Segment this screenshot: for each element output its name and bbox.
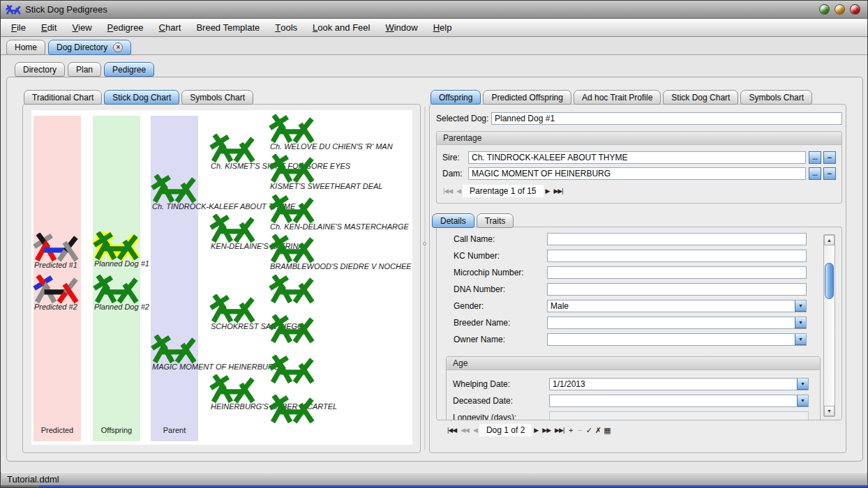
- dog-record-nav-icon-r4[interactable]: −: [575, 425, 584, 435]
- parentage-dam-field[interactable]: MAGIC MOMENT OF HEINERBURG: [468, 167, 806, 180]
- minimize-button[interactable]: [819, 4, 830, 15]
- menu-chart[interactable]: Chart: [151, 19, 189, 36]
- dog-record-nav-icon-1[interactable]: ◀◀: [458, 425, 471, 435]
- scroll-up-icon[interactable]: ▲: [824, 235, 835, 245]
- doc-tab-dog-directory[interactable]: Dog Directory×: [48, 40, 131, 55]
- parentage-nav-icon-r0[interactable]: ▶: [544, 186, 552, 196]
- field-whelping-date[interactable]: 1/1/2013▼: [549, 378, 809, 390]
- menu-file[interactable]: File: [3, 19, 33, 36]
- dropdown-arrow-icon[interactable]: ▼: [795, 317, 807, 328]
- dog-record-nav-icon-r3[interactable]: +: [566, 425, 575, 435]
- field-deceased-date-label: Deceased Date:: [453, 395, 513, 407]
- app-window: Stick Dog Pedigrees FileEditViewPedigree…: [0, 0, 868, 488]
- parentage-nav-icon-0[interactable]: |◀◀: [441, 186, 454, 196]
- dog-record-nav-icon-r7[interactable]: ▦: [602, 425, 611, 436]
- details-scrollbar[interactable]: ▲ ▼: [823, 234, 835, 417]
- dropdown-arrow-icon[interactable]: ▼: [795, 333, 807, 345]
- chart-column-label: Offspring: [93, 426, 140, 434]
- remove-button[interactable]: −: [823, 167, 836, 180]
- panel-tab-offspring[interactable]: Offspring: [431, 90, 481, 105]
- stick-dog-kismet-s-sweetheart-deal[interactable]: KISMET'S SWEETHEART DEAL: [269, 154, 412, 193]
- panel-tab-ad-hoc-trait-profile[interactable]: Ad hoc Trait Profile: [574, 90, 661, 105]
- field-deceased-date[interactable]: ▼: [549, 395, 809, 407]
- scroll-down-icon[interactable]: ▼: [824, 406, 835, 416]
- field-breeder-name[interactable]: ▼: [547, 317, 807, 329]
- chart-tab-traditional-chart-label: Traditional Chart: [32, 93, 93, 102]
- field-longevity-days-label: Longevity (days):: [453, 411, 516, 420]
- dog-record-nav-icon-r5[interactable]: ✓: [584, 425, 593, 436]
- detail-tab-details[interactable]: Details: [432, 213, 474, 228]
- chart-tab-traditional-chart[interactable]: Traditional Chart: [24, 90, 102, 105]
- dog-record-nav-icon-r6[interactable]: ✗: [593, 425, 602, 436]
- stick-dog-name: BRAMBLEWOOD'S DIEDRE V NOCHEE II: [270, 262, 412, 270]
- tab-plan[interactable]: Plan: [68, 62, 101, 77]
- menu-edit[interactable]: Edit: [33, 19, 64, 36]
- tab-close-icon[interactable]: ×: [113, 43, 123, 52]
- field-kc-number[interactable]: [547, 250, 807, 262]
- stick-dog-name: Predicted #2: [34, 303, 77, 311]
- field-microchip-number[interactable]: [547, 266, 807, 279]
- dog-record-nav: |◀◀◀◀◀Dog 1 of 2▶▶▶▶▶|+−✓✗▦: [445, 424, 612, 436]
- chart-tab-stick-dog-chart[interactable]: Stick Dog Chart: [104, 90, 179, 105]
- dropdown-arrow-icon[interactable]: ▼: [797, 378, 809, 390]
- panel-splitter[interactable]: [424, 107, 426, 450]
- stick-dog-item[interactable]: [269, 275, 412, 314]
- panel-tab-predicted-offspring[interactable]: Predicted Offspring: [483, 90, 571, 105]
- close-button[interactable]: [850, 4, 860, 15]
- parentage-nav-icon-1[interactable]: ◀: [454, 186, 463, 196]
- stick-dog-ch-ken-delaine-s-mastercharge[interactable]: Ch. KEN-DELAINE'S MASTERCHARGE: [269, 195, 412, 234]
- remove-button[interactable]: −: [823, 151, 836, 164]
- chart-tab-symbols-chart-label: Symbols Chart: [190, 93, 245, 102]
- dog-record-nav-icon-0[interactable]: |◀◀: [445, 425, 458, 435]
- lookup-button[interactable]: ...: [809, 151, 821, 164]
- stick-dog-item[interactable]: [269, 395, 412, 434]
- tab-pedigree[interactable]: Pedigree: [104, 62, 154, 77]
- dog-record-nav-icon-2[interactable]: ◀: [471, 425, 479, 435]
- stick-dog-item[interactable]: [269, 314, 412, 353]
- document-tab-bar: HomeDog Directory×: [1, 37, 867, 55]
- stick-dog-bramblewood-s-diedre-v-nochee-ii[interactable]: BRAMBLEWOOD'S DIEDRE V NOCHEE II: [269, 234, 412, 273]
- splitter-grip-icon[interactable]: [423, 242, 426, 245]
- detail-tab-bar: DetailsTraits: [432, 213, 514, 228]
- detail-tab-traits[interactable]: Traits: [477, 213, 514, 228]
- parentage-sire-field[interactable]: Ch. TINDROCK-KALEEF ABOUT THYME: [468, 151, 806, 164]
- tab-directory[interactable]: Directory: [15, 62, 65, 77]
- panel-tab-stick-dog-chart[interactable]: Stick Dog Chart: [663, 90, 738, 105]
- field-microchip-number-label: Microchip Number:: [454, 266, 524, 279]
- field-gender[interactable]: Male▼: [547, 300, 807, 312]
- dog-record-nav-icon-r2[interactable]: ▶▶|: [553, 425, 566, 435]
- menu-breed-template[interactable]: Breed Template: [188, 19, 267, 36]
- dropdown-arrow-icon[interactable]: ▼: [795, 300, 807, 312]
- stick-dog-item[interactable]: [269, 355, 412, 394]
- field-owner-name[interactable]: ▼: [547, 333, 807, 346]
- menu-look-and-feel[interactable]: Look and Feel: [305, 19, 377, 36]
- chart-tab-symbols-chart[interactable]: Symbols Chart: [181, 90, 253, 105]
- status-text: Tutorial.ddml: [7, 474, 59, 485]
- panel-tab-symbols-chart[interactable]: Symbols Chart: [740, 90, 812, 105]
- dog-record-nav-icon-r0[interactable]: ▶: [532, 425, 540, 435]
- main-tab-bar: DirectoryPlanPedigree: [15, 62, 154, 77]
- dropdown-arrow-icon[interactable]: ▼: [797, 395, 809, 406]
- menu-tools[interactable]: Tools: [267, 19, 305, 36]
- field-dna-number[interactable]: [547, 283, 807, 296]
- menu-view[interactable]: View: [64, 19, 99, 36]
- content-area: DirectoryPlanPedigree Traditional ChartS…: [1, 55, 867, 472]
- panel-tab-predicted-offspring-label: Predicted Offspring: [491, 93, 563, 102]
- doc-tab-home[interactable]: Home: [6, 40, 45, 55]
- maximize-button[interactable]: [835, 4, 845, 15]
- menu-window[interactable]: Window: [377, 19, 425, 36]
- field-longevity-days[interactable]: [549, 411, 809, 420]
- parentage-sire-label: Sire:: [442, 151, 460, 164]
- stick-dog-ch-welove-du-chien-s-r-man[interactable]: Ch. WELOVE DU CHIEN'S 'R' MAN: [269, 114, 412, 153]
- dog-record-nav-icon-r1[interactable]: ▶▶: [540, 425, 553, 435]
- pedigree-chart-canvas[interactable]: PredictedOffspringParentPredicted #1Pred…: [31, 110, 412, 445]
- scrollbar-thumb[interactable]: [825, 263, 834, 299]
- chart-tab-stick-dog-chart-label: Stick Dog Chart: [112, 93, 171, 102]
- menu-help[interactable]: Help: [426, 19, 460, 36]
- lookup-button[interactable]: ...: [809, 167, 821, 180]
- field-call-name[interactable]: [547, 233, 807, 245]
- parentage-nav-icon-r1[interactable]: ▶▶|: [551, 186, 564, 196]
- tab-pedigree-label: Pedigree: [112, 65, 146, 75]
- menu-pedigree[interactable]: Pedigree: [100, 19, 151, 36]
- selected-dog-field[interactable]: Planned Dog #1: [491, 112, 842, 125]
